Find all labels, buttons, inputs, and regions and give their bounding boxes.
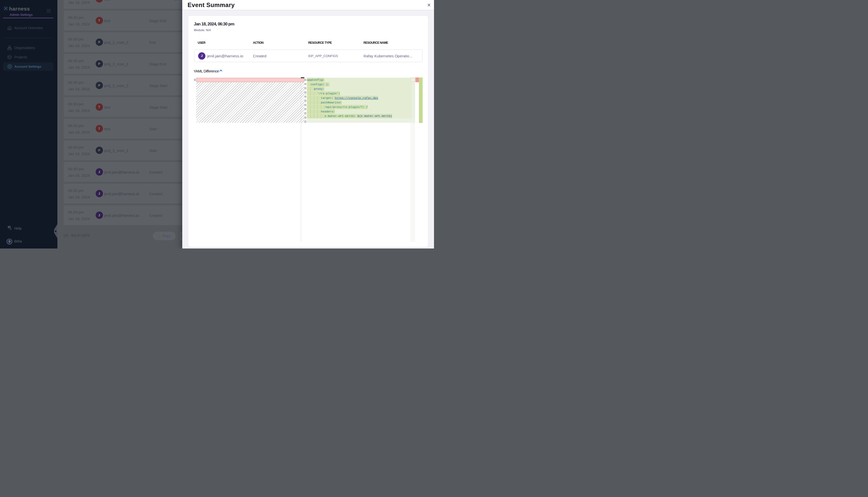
svg-text:?: ? [9,226,10,228]
